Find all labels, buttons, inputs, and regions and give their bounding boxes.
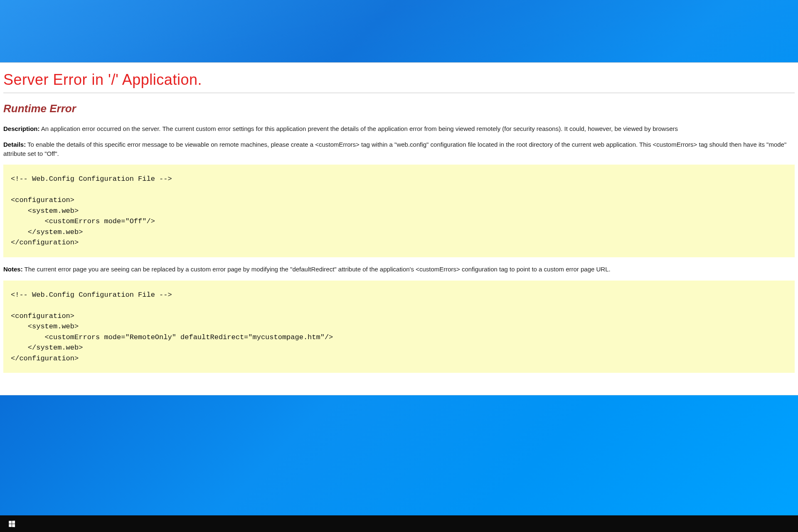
desktop-background: Server Error in '/' Application. Runtime… bbox=[0, 0, 798, 532]
description-paragraph: Description: An application error occurr… bbox=[3, 124, 795, 133]
description-label: Description: bbox=[3, 125, 40, 132]
page-title: Server Error in '/' Application. bbox=[3, 71, 795, 89]
details-label: Details: bbox=[3, 141, 26, 148]
config-code-off: <!-- Web.Config Configuration File --> <… bbox=[3, 165, 795, 257]
start-button[interactable] bbox=[3, 515, 20, 532]
notes-text: The current error page you are seeing ca… bbox=[25, 266, 611, 273]
details-text: To enable the details of this specific e… bbox=[3, 141, 786, 157]
notes-paragraph: Notes: The current error page you are se… bbox=[3, 265, 795, 274]
notes-label: Notes: bbox=[3, 266, 23, 273]
config-code-remoteonly: <!-- Web.Config Configuration File --> <… bbox=[3, 281, 795, 373]
error-subtitle: Runtime Error bbox=[3, 102, 795, 115]
taskbar[interactable] bbox=[0, 515, 798, 532]
details-paragraph: Details: To enable the details of this s… bbox=[3, 140, 795, 158]
title-divider bbox=[3, 93, 795, 93]
description-text: An application error occurred on the ser… bbox=[41, 125, 678, 132]
windows-icon bbox=[9, 520, 15, 527]
error-page: Server Error in '/' Application. Runtime… bbox=[0, 62, 798, 395]
